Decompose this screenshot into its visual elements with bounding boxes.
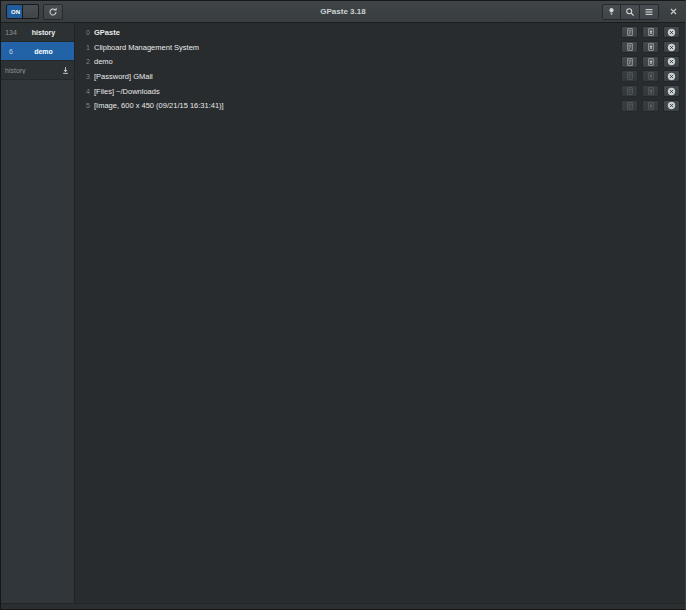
item-index: 3 — [81, 73, 90, 80]
clipboard-item-row[interactable]: 1 Clipboard Management System — [75, 40, 685, 55]
delete-item-button[interactable] — [663, 100, 680, 112]
switch-knob — [22, 4, 39, 19]
histories-list: 134 history 6 demo — [1, 23, 74, 61]
edit-icon — [626, 42, 634, 52]
history-list-item[interactable]: 6 demo — [1, 42, 74, 61]
upload-icon — [647, 42, 655, 52]
search-button[interactable] — [621, 4, 640, 20]
menu-button[interactable] — [640, 4, 659, 20]
close-icon — [669, 7, 678, 16]
item-actions — [621, 70, 685, 82]
about-button[interactable] — [602, 4, 621, 20]
delete-icon — [667, 101, 676, 110]
clipboard-item-row[interactable]: 3 [Password] GMail — [75, 69, 685, 84]
delete-icon — [667, 28, 676, 37]
menu-icon — [644, 7, 654, 17]
delete-icon — [667, 72, 676, 81]
delete-item-button[interactable] — [663, 41, 680, 53]
item-index: 4 — [81, 88, 90, 95]
edit-icon — [626, 86, 634, 96]
new-history-row — [1, 61, 74, 80]
upload-item-button[interactable] — [642, 85, 659, 97]
clipboard-item-row[interactable]: 4 [Files] ~/Downloads — [75, 84, 685, 99]
history-item-name: history — [21, 29, 74, 36]
upload-item-button[interactable] — [642, 56, 659, 68]
refresh-icon — [48, 7, 58, 17]
header-button-group — [602, 4, 659, 20]
create-history-button[interactable] — [61, 66, 70, 75]
delete-icon — [667, 87, 676, 96]
upload-item-button[interactable] — [642, 26, 659, 38]
clipboard-items-list: 0 GPaste — [75, 23, 685, 603]
item-text: Clipboard Management System — [94, 43, 621, 52]
item-actions — [621, 100, 685, 112]
history-item-name: demo — [21, 48, 74, 55]
item-index: 2 — [81, 58, 90, 65]
switch-state-label: ON — [11, 9, 20, 15]
window-title: GPaste 3.18 — [1, 7, 685, 16]
item-actions — [621, 85, 685, 97]
upload-icon — [647, 71, 655, 81]
upload-icon — [647, 27, 655, 37]
item-actions — [621, 56, 685, 68]
delete-item-button[interactable] — [663, 70, 680, 82]
edit-icon — [626, 71, 634, 81]
edit-item-button[interactable] — [621, 85, 638, 97]
item-text: GPaste — [94, 28, 621, 37]
enter-icon — [61, 66, 70, 75]
window-body: 134 history 6 demo 0 — [1, 23, 685, 603]
item-text: demo — [94, 57, 621, 66]
item-actions — [621, 41, 685, 53]
histories-sidebar: 134 history 6 demo — [1, 23, 75, 603]
clipboard-item-row[interactable]: 0 GPaste — [75, 25, 685, 40]
tracking-switch[interactable]: ON — [6, 4, 39, 19]
edit-icon — [626, 57, 634, 67]
item-index: 0 — [81, 29, 90, 36]
upload-item-button[interactable] — [642, 100, 659, 112]
delete-item-button[interactable] — [663, 26, 680, 38]
edit-item-button[interactable] — [621, 100, 638, 112]
edit-icon — [626, 27, 634, 37]
item-text: [Image, 600 x 450 (09/21/15 16:31:41)] — [94, 101, 621, 110]
item-index: 1 — [81, 44, 90, 51]
delete-icon — [667, 57, 676, 66]
window-bottom-edge — [1, 603, 685, 609]
search-icon — [625, 7, 635, 17]
refresh-button[interactable] — [43, 4, 63, 20]
upload-icon — [647, 101, 655, 111]
delete-item-button[interactable] — [663, 56, 680, 68]
headerbar: ON GPaste 3.18 — [1, 1, 685, 23]
clipboard-item-row[interactable]: 2 demo — [75, 54, 685, 69]
new-history-input[interactable] — [5, 67, 59, 74]
history-list-item[interactable]: 134 history — [1, 23, 74, 42]
headerbar-right — [602, 4, 680, 20]
gpaste-window: ON GPaste 3.18 — [0, 0, 686, 610]
delete-item-button[interactable] — [663, 85, 680, 97]
edit-item-button[interactable] — [621, 41, 638, 53]
edit-icon — [626, 101, 634, 111]
clipboard-item-row[interactable]: 5 [Image, 600 x 450 (09/21/15 16:31:41)] — [75, 98, 685, 113]
history-item-count: 134 — [1, 29, 21, 36]
edit-item-button[interactable] — [621, 56, 638, 68]
item-text: [Files] ~/Downloads — [94, 87, 621, 96]
item-index: 5 — [81, 102, 90, 109]
close-window-button[interactable] — [666, 5, 680, 19]
upload-icon — [647, 86, 655, 96]
item-text: [Password] GMail — [94, 72, 621, 81]
upload-item-button[interactable] — [642, 41, 659, 53]
edit-item-button[interactable] — [621, 70, 638, 82]
upload-item-button[interactable] — [642, 70, 659, 82]
upload-icon — [647, 57, 655, 67]
lightbulb-icon — [607, 6, 616, 17]
edit-item-button[interactable] — [621, 26, 638, 38]
delete-icon — [667, 43, 676, 52]
history-item-count: 6 — [1, 48, 21, 55]
item-actions — [621, 26, 685, 38]
